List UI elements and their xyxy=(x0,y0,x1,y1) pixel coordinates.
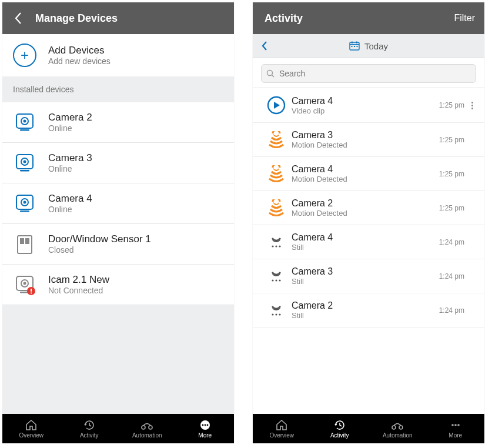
svg-point-40 xyxy=(275,245,277,247)
device-name: Door/Window Sensor 1 xyxy=(48,233,151,245)
tab-bar: Overview Activity Automation More xyxy=(253,414,484,443)
activity-row[interactable]: Camera 4 Video clip 1:25 pm xyxy=(253,88,484,123)
search-input[interactable] xyxy=(278,68,471,79)
still-icon xyxy=(261,269,292,284)
device-row[interactable]: Camera 2 Online xyxy=(2,102,234,143)
svg-line-36 xyxy=(272,75,275,78)
previous-day-button[interactable] xyxy=(253,41,276,51)
plus-circle-icon: + xyxy=(13,44,36,67)
svg-point-45 xyxy=(272,313,273,315)
device-row[interactable]: Camera 4 Online xyxy=(2,183,234,224)
device-name: Camera 2 xyxy=(48,112,92,123)
svg-point-49 xyxy=(399,426,403,429)
svg-marker-38 xyxy=(274,102,280,109)
svg-rect-13 xyxy=(20,238,24,244)
svg-point-26 xyxy=(204,424,206,426)
svg-point-44 xyxy=(279,279,280,281)
activity-row[interactable]: Camera 4 Still 1:24 pm xyxy=(253,225,484,259)
more-button[interactable] xyxy=(468,102,476,109)
svg-point-22 xyxy=(142,426,145,429)
activity-detail: Motion Detected xyxy=(292,175,439,183)
device-name: Icam 2.1 New xyxy=(48,274,109,286)
back-button[interactable] xyxy=(12,12,25,25)
svg-point-43 xyxy=(275,279,277,281)
tab-automation[interactable]: Automation xyxy=(118,419,176,439)
header: Activity Filter xyxy=(253,2,484,34)
activity-detail: Motion Detected xyxy=(292,141,439,149)
add-devices-button[interactable]: + Add Devices Add new devices xyxy=(2,34,234,76)
device-name: Camera 4 xyxy=(48,193,92,205)
installed-devices-label: Installed devices xyxy=(2,76,234,102)
svg-point-35 xyxy=(267,71,273,76)
svg-point-6 xyxy=(24,161,26,163)
calendar-icon xyxy=(349,41,360,51)
device-status: Online xyxy=(48,205,92,214)
tab-label: Overview xyxy=(269,432,294,439)
svg-rect-3 xyxy=(20,129,29,131)
svg-point-17 xyxy=(24,282,26,285)
tab-activity[interactable]: Activity xyxy=(61,419,119,439)
tab-label: Overview xyxy=(19,432,43,439)
tab-more[interactable]: More xyxy=(176,419,235,439)
filter-button[interactable]: Filter xyxy=(454,13,475,24)
tab-label: Automation xyxy=(383,432,413,439)
device-status: Closed xyxy=(48,245,151,255)
day-label: Today xyxy=(364,41,388,51)
svg-point-10 xyxy=(24,201,26,204)
activity-row[interactable]: Camera 2 Still 1:24 pm xyxy=(253,293,484,327)
add-texts: Add Devices Add new devices xyxy=(48,45,111,66)
more-icon xyxy=(449,419,462,431)
tab-overview[interactable]: Overview xyxy=(2,419,61,439)
tab-overview[interactable]: Overview xyxy=(253,419,311,439)
activity-time: 1:25 pm xyxy=(439,136,464,144)
play-icon xyxy=(261,95,292,115)
tab-label: Activity xyxy=(330,432,349,439)
svg-point-52 xyxy=(457,424,460,426)
activity-texts: Camera 4 Video clip xyxy=(292,96,439,115)
svg-rect-32 xyxy=(351,46,352,47)
device-row[interactable]: Door/Window Sensor 1 Closed xyxy=(2,224,234,265)
automation-icon xyxy=(390,419,404,431)
activity-name: Camera 4 xyxy=(292,96,439,106)
camera-online-icon xyxy=(13,192,36,215)
svg-point-2 xyxy=(24,120,26,123)
activity-row[interactable]: Camera 2 Motion Detected 1:25 pm xyxy=(253,191,484,225)
motion-icon xyxy=(261,165,292,183)
device-status: Online xyxy=(48,123,92,133)
activity-row[interactable]: Camera 3 Motion Detected 1:25 pm xyxy=(253,123,484,157)
still-icon xyxy=(261,303,292,318)
device-row[interactable]: Icam 2.1 New Not Connected xyxy=(2,265,234,305)
device-texts: Icam 2.1 New Not Connected xyxy=(48,274,109,295)
svg-point-48 xyxy=(392,426,396,429)
svg-point-47 xyxy=(279,313,280,315)
activity-texts: Camera 4 Still xyxy=(292,232,439,252)
device-row[interactable]: Camera 3 Online xyxy=(2,143,234,183)
tab-automation[interactable]: Automation xyxy=(369,419,427,439)
activity-row[interactable]: Camera 4 Motion Detected 1:25 pm xyxy=(253,157,484,191)
manage-devices-screen: Manage Devices + Add Devices Add new dev… xyxy=(2,2,234,443)
svg-point-39 xyxy=(272,245,273,247)
tab-activity[interactable]: Activity xyxy=(311,419,369,439)
header: Manage Devices xyxy=(2,2,234,34)
search-field[interactable] xyxy=(261,64,476,83)
device-status: Online xyxy=(48,164,92,173)
activity-name: Camera 4 xyxy=(292,232,439,243)
svg-rect-21 xyxy=(31,293,32,294)
tab-more[interactable]: More xyxy=(427,419,485,439)
activity-time: 1:24 pm xyxy=(439,306,464,315)
day-label-wrap: Today xyxy=(253,41,484,51)
activity-row[interactable]: Camera 3 Still 1:24 pm xyxy=(253,259,484,293)
activity-detail: Still xyxy=(292,311,439,320)
activity-name: Camera 3 xyxy=(292,130,439,141)
empty-area xyxy=(2,305,234,414)
activity-name: Camera 2 xyxy=(292,300,439,311)
device-texts: Door/Window Sensor 1 Closed xyxy=(48,233,151,255)
device-texts: Camera 3 Online xyxy=(48,152,92,173)
activity-time: 1:25 pm xyxy=(439,204,464,212)
chevron-left-icon xyxy=(261,41,268,51)
activity-texts: Camera 2 Still xyxy=(292,300,439,320)
svg-rect-7 xyxy=(20,170,29,172)
camera-online-icon xyxy=(13,151,36,175)
device-texts: Camera 2 Online xyxy=(48,112,92,133)
activity-texts: Camera 3 Still xyxy=(292,266,439,286)
